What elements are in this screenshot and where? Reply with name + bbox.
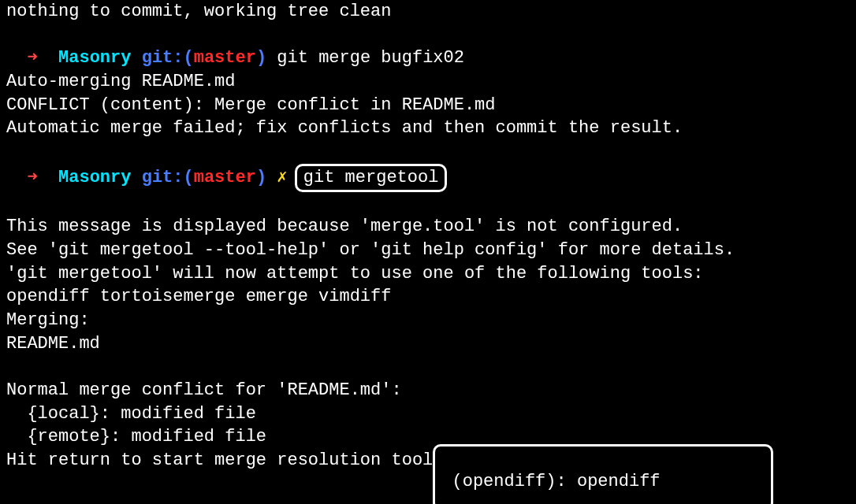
terminal-prompt-line-1: ➜ Masonry git:(master) git merge bugfix0… <box>6 24 850 70</box>
terminal-prompt-line-2: ➜ Masonry git:(master) ✗ git mergetool <box>6 140 850 191</box>
terminal-blank-line-2 <box>6 355 850 379</box>
prompt-git-close: ) <box>256 168 277 187</box>
prompt-git-label: git:( <box>131 48 193 68</box>
prompt-dir: Masonry <box>58 168 131 187</box>
prompt-command: git merge bugfix02 <box>277 48 464 68</box>
terminal-line-4: Automatic merge failed; fix conflicts an… <box>6 117 850 140</box>
terminal-line-8: 'git mergetool' will now attempt to use … <box>6 262 850 286</box>
highlighted-command-box: git mergetool <box>295 164 448 192</box>
prompt-branch: master <box>194 48 256 68</box>
terminal-line-13: {local}: modified file <box>6 402 850 426</box>
terminal-line-15b[interactable]: (opendiff): opendiff <box>441 472 764 491</box>
terminal-line-10: Merging: <box>6 309 850 332</box>
terminal-line-2: Auto-merging README.md <box>6 70 850 94</box>
terminal-line-15: Hit return to start merge resolution too… <box>6 449 850 504</box>
terminal-line-12: Normal merge conflict for 'README.md': <box>6 379 850 402</box>
terminal-line-9: opendiff tortoisemerge emerge vimdiff <box>6 285 850 309</box>
terminal-blank-line <box>6 192 850 216</box>
terminal-line-6: This message is displayed because 'merge… <box>6 215 850 239</box>
terminal-line-11: README.md <box>6 332 850 356</box>
prompt-arrow-icon: ➜ <box>27 48 58 68</box>
prompt-git-label: git:( <box>131 168 193 187</box>
prompt-arrow-icon: ➜ <box>27 168 58 187</box>
prompt-branch: master <box>194 168 256 187</box>
prompt-dir: Masonry <box>58 48 131 68</box>
terminal-line-15a: Hit return to start merge resolution too… <box>6 449 433 472</box>
terminal-line-0: nothing to commit, working tree clean <box>6 0 850 24</box>
terminal-line-7: See 'git mergetool --tool-help' or 'git … <box>6 239 850 262</box>
prompt-command: git mergetool <box>303 168 439 187</box>
highlighted-tool-box: (opendiff): opendiff <box>433 444 772 504</box>
terminal-line-3: CONFLICT (content): Merge conflict in RE… <box>6 94 850 117</box>
prompt-git-close: ) <box>256 48 277 68</box>
